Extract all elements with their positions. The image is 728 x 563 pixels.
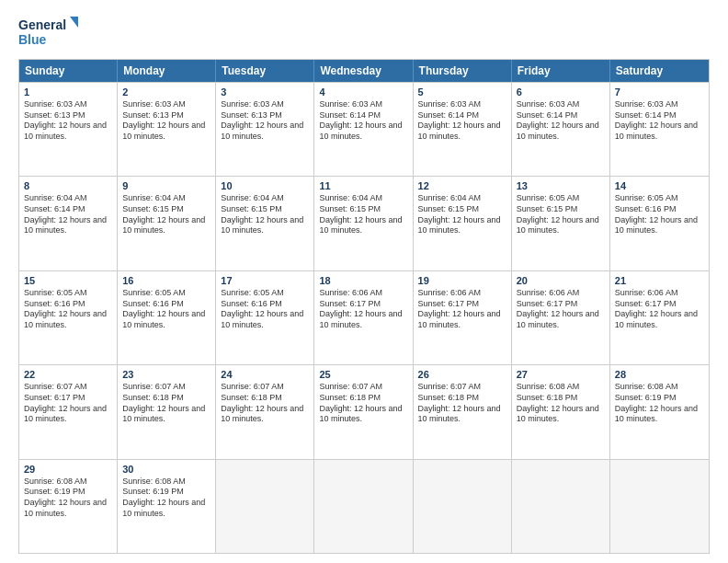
cell-info: Sunrise: 6:03 AM Sunset: 6:13 PM Dayligh… (24, 99, 112, 143)
cal-cell: 11Sunrise: 6:04 AM Sunset: 6:15 PM Dayli… (314, 177, 413, 270)
cell-info: Sunrise: 6:03 AM Sunset: 6:14 PM Dayligh… (418, 99, 506, 143)
cal-cell: 20Sunrise: 6:06 AM Sunset: 6:17 PM Dayli… (512, 271, 610, 364)
day-number: 16 (122, 275, 210, 286)
cell-info: Sunrise: 6:05 AM Sunset: 6:15 PM Dayligh… (517, 193, 605, 236)
day-number: 18 (319, 275, 407, 286)
cal-cell: 25Sunrise: 6:07 AM Sunset: 6:18 PM Dayli… (314, 365, 413, 458)
cal-cell: 8Sunrise: 6:04 AM Sunset: 6:14 PM Daylig… (19, 177, 118, 270)
cal-cell: 23Sunrise: 6:07 AM Sunset: 6:18 PM Dayli… (118, 365, 216, 458)
day-number: 19 (418, 275, 506, 286)
day-number: 1 (24, 86, 112, 98)
cal-cell: 5Sunrise: 6:03 AM Sunset: 6:14 PM Daylig… (414, 83, 512, 176)
day-number: 17 (221, 275, 309, 286)
cell-info: Sunrise: 6:03 AM Sunset: 6:13 PM Dayligh… (221, 99, 309, 143)
cell-info: Sunrise: 6:06 AM Sunset: 6:17 PM Dayligh… (418, 288, 506, 331)
day-number: 22 (24, 369, 112, 380)
cell-info: Sunrise: 6:04 AM Sunset: 6:15 PM Dayligh… (319, 193, 407, 236)
cal-cell: 26Sunrise: 6:07 AM Sunset: 6:18 PM Dayli… (414, 365, 512, 458)
cell-info: Sunrise: 6:07 AM Sunset: 6:17 PM Dayligh… (24, 382, 112, 425)
cal-cell: 21Sunrise: 6:06 AM Sunset: 6:17 PM Dayli… (610, 271, 709, 364)
cell-info: Sunrise: 6:07 AM Sunset: 6:18 PM Dayligh… (221, 382, 309, 425)
cal-cell: 30Sunrise: 6:08 AM Sunset: 6:19 PM Dayli… (118, 460, 216, 553)
cell-info: Sunrise: 6:08 AM Sunset: 6:19 PM Dayligh… (615, 382, 704, 425)
day-number: 7 (615, 86, 704, 98)
cell-info: Sunrise: 6:04 AM Sunset: 6:15 PM Dayligh… (221, 193, 309, 236)
cell-info: Sunrise: 6:05 AM Sunset: 6:16 PM Dayligh… (615, 193, 704, 236)
cal-cell: 4Sunrise: 6:03 AM Sunset: 6:14 PM Daylig… (314, 83, 413, 176)
day-number: 2 (122, 86, 210, 98)
day-number: 4 (319, 86, 407, 98)
week-row-2: 15Sunrise: 6:05 AM Sunset: 6:16 PM Dayli… (19, 270, 709, 364)
day-of-week-tuesday: Tuesday (216, 60, 314, 82)
day-number: 9 (122, 180, 210, 191)
cal-cell: 2Sunrise: 6:03 AM Sunset: 6:13 PM Daylig… (118, 83, 216, 176)
cal-cell: 3Sunrise: 6:03 AM Sunset: 6:13 PM Daylig… (216, 83, 314, 176)
logo: General Blue (18, 15, 83, 50)
cell-info: Sunrise: 6:06 AM Sunset: 6:17 PM Dayligh… (517, 288, 605, 331)
day-number: 25 (319, 369, 407, 380)
cell-info: Sunrise: 6:06 AM Sunset: 6:17 PM Dayligh… (319, 288, 407, 331)
day-number: 21 (615, 275, 704, 286)
cal-cell: 6Sunrise: 6:03 AM Sunset: 6:14 PM Daylig… (512, 83, 610, 176)
svg-text:General: General (18, 17, 66, 32)
cell-info: Sunrise: 6:04 AM Sunset: 6:15 PM Dayligh… (418, 193, 506, 236)
day-number: 29 (24, 464, 112, 475)
calendar: SundayMondayTuesdayWednesdayThursdayFrid… (18, 59, 710, 554)
cal-cell: 7Sunrise: 6:03 AM Sunset: 6:14 PM Daylig… (610, 83, 709, 176)
cell-info: Sunrise: 6:08 AM Sunset: 6:19 PM Dayligh… (24, 477, 112, 520)
day-number: 24 (221, 369, 309, 380)
day-number: 27 (517, 369, 605, 380)
week-row-0: 1Sunrise: 6:03 AM Sunset: 6:13 PM Daylig… (19, 82, 709, 176)
day-of-week-thursday: Thursday (414, 60, 512, 82)
cell-info: Sunrise: 6:03 AM Sunset: 6:14 PM Dayligh… (517, 99, 605, 143)
cell-info: Sunrise: 6:04 AM Sunset: 6:14 PM Dayligh… (24, 193, 112, 236)
day-of-week-monday: Monday (118, 60, 216, 82)
week-row-4: 29Sunrise: 6:08 AM Sunset: 6:19 PM Dayli… (19, 459, 709, 553)
cal-cell: 22Sunrise: 6:07 AM Sunset: 6:17 PM Dayli… (19, 365, 118, 458)
cal-cell: 24Sunrise: 6:07 AM Sunset: 6:18 PM Dayli… (216, 365, 314, 458)
svg-marker-2 (70, 17, 78, 28)
cal-cell: 16Sunrise: 6:05 AM Sunset: 6:16 PM Dayli… (118, 271, 216, 364)
calendar-body: 1Sunrise: 6:03 AM Sunset: 6:13 PM Daylig… (19, 82, 709, 553)
day-number: 20 (517, 275, 605, 286)
cell-info: Sunrise: 6:07 AM Sunset: 6:18 PM Dayligh… (418, 382, 506, 425)
cal-cell (216, 460, 314, 553)
cal-cell: 18Sunrise: 6:06 AM Sunset: 6:17 PM Dayli… (314, 271, 413, 364)
cell-info: Sunrise: 6:08 AM Sunset: 6:19 PM Dayligh… (122, 477, 210, 520)
day-number: 6 (517, 86, 605, 98)
cal-cell: 12Sunrise: 6:04 AM Sunset: 6:15 PM Dayli… (414, 177, 512, 270)
cal-cell: 14Sunrise: 6:05 AM Sunset: 6:16 PM Dayli… (610, 177, 709, 270)
cell-info: Sunrise: 6:03 AM Sunset: 6:14 PM Dayligh… (615, 99, 704, 143)
cal-cell (512, 460, 610, 553)
day-number: 26 (418, 369, 506, 380)
day-of-week-friday: Friday (512, 60, 610, 82)
cell-info: Sunrise: 6:03 AM Sunset: 6:14 PM Dayligh… (319, 99, 407, 143)
cal-cell (414, 460, 512, 553)
cal-cell: 13Sunrise: 6:05 AM Sunset: 6:15 PM Dayli… (512, 177, 610, 270)
day-number: 8 (24, 180, 112, 191)
day-of-week-sunday: Sunday (19, 60, 118, 82)
cal-cell (610, 460, 709, 553)
week-row-3: 22Sunrise: 6:07 AM Sunset: 6:17 PM Dayli… (19, 364, 709, 458)
svg-text:Blue: Blue (18, 32, 47, 47)
cell-info: Sunrise: 6:08 AM Sunset: 6:18 PM Dayligh… (517, 382, 605, 425)
day-of-week-wednesday: Wednesday (314, 60, 413, 82)
cal-cell: 17Sunrise: 6:05 AM Sunset: 6:16 PM Dayli… (216, 271, 314, 364)
cell-info: Sunrise: 6:04 AM Sunset: 6:15 PM Dayligh… (122, 193, 210, 236)
day-number: 10 (221, 180, 309, 191)
cell-info: Sunrise: 6:07 AM Sunset: 6:18 PM Dayligh… (319, 382, 407, 425)
cell-info: Sunrise: 6:06 AM Sunset: 6:17 PM Dayligh… (615, 288, 704, 331)
header: General Blue (18, 15, 710, 50)
cal-cell: 9Sunrise: 6:04 AM Sunset: 6:15 PM Daylig… (118, 177, 216, 270)
day-number: 15 (24, 275, 112, 286)
day-number: 3 (221, 86, 309, 98)
cell-info: Sunrise: 6:05 AM Sunset: 6:16 PM Dayligh… (122, 288, 210, 331)
day-of-week-saturday: Saturday (610, 60, 709, 82)
week-row-1: 8Sunrise: 6:04 AM Sunset: 6:14 PM Daylig… (19, 176, 709, 270)
logo-svg: General Blue (18, 15, 83, 50)
cal-cell: 15Sunrise: 6:05 AM Sunset: 6:16 PM Dayli… (19, 271, 118, 364)
cal-cell: 19Sunrise: 6:06 AM Sunset: 6:17 PM Dayli… (414, 271, 512, 364)
day-number: 14 (615, 180, 704, 191)
cell-info: Sunrise: 6:07 AM Sunset: 6:18 PM Dayligh… (122, 382, 210, 425)
cell-info: Sunrise: 6:03 AM Sunset: 6:13 PM Dayligh… (122, 99, 210, 143)
